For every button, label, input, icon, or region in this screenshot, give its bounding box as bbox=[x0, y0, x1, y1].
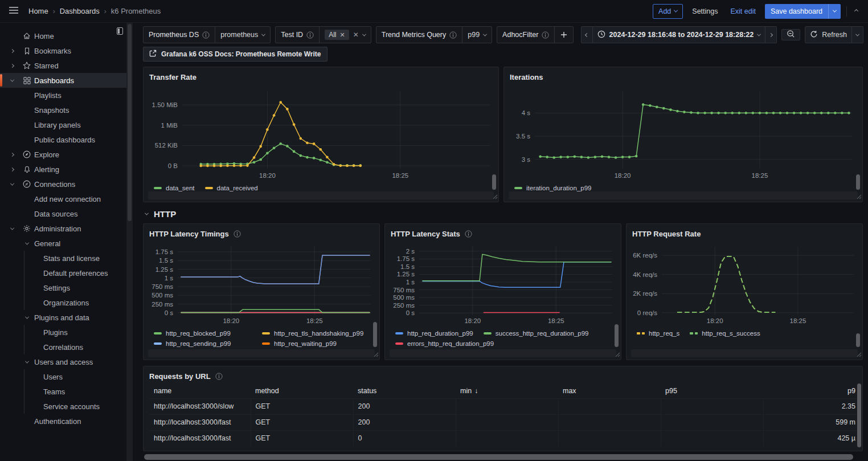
http-latency-timings-chart[interactable]: 0 s250 ms500 ms750 ms1 s1.25 s1.5 s1.75 … bbox=[149, 240, 374, 325]
legend-scrollbar-thumb[interactable] bbox=[615, 324, 619, 347]
sidebar-item-alerting[interactable]: Alerting bbox=[0, 162, 132, 177]
panel-title[interactable]: Iterations bbox=[510, 73, 543, 81]
panel-scroll-track[interactable] bbox=[148, 349, 375, 357]
sidebar-item-service-accounts[interactable]: Service accounts bbox=[0, 399, 132, 414]
sidebar-item-default-preferences[interactable]: Default preferences bbox=[0, 266, 132, 280]
sidebar-item-organizations[interactable]: Organizations bbox=[0, 295, 132, 310]
sidebar-item-explore[interactable]: Explore bbox=[0, 147, 132, 162]
refresh-interval-dropdown[interactable] bbox=[852, 26, 863, 43]
column-header-min[interactable]: min↓ bbox=[456, 384, 558, 398]
http-request-rate-chart[interactable]: 0 req/s2K req/s4K req/s6K req/s18:2018:2… bbox=[632, 240, 857, 325]
table-row[interactable]: http://localhost:3000/slowGET2002.35 bbox=[149, 398, 857, 414]
legend-scrollbar-thumb[interactable] bbox=[856, 174, 860, 190]
page-horizontal-scrollbar[interactable] bbox=[143, 454, 863, 460]
menu-toggle-button[interactable] bbox=[7, 5, 21, 18]
sidebar-item-stats-and-license[interactable]: Stats and license bbox=[0, 251, 132, 266]
info-icon[interactable] bbox=[449, 31, 457, 39]
sidebar-item-data-sources[interactable]: Data sources bbox=[0, 206, 132, 221]
selected-value-chip[interactable]: All ✕ bbox=[325, 30, 349, 40]
legend-item-http-req-waiting-p99[interactable]: http_req_waiting_p99 bbox=[262, 338, 370, 348]
column-header-p9[interactable]: p9 bbox=[763, 384, 857, 398]
add-button[interactable]: Add bbox=[653, 4, 683, 19]
legend-item-success-http-req-duration-p99[interactable]: success_http_req_duration_p99 bbox=[484, 328, 589, 338]
sidebar-item-plugins-and-data[interactable]: Plugins and data bbox=[0, 310, 132, 325]
legend-item-http-req-duration-p99[interactable]: http_req_duration_p99 bbox=[395, 328, 473, 338]
filter-value-dropdown[interactable]: p99 bbox=[462, 27, 492, 43]
sidebar-item-teams[interactable]: Teams bbox=[0, 384, 132, 399]
sidebar-item-general[interactable]: General bbox=[0, 236, 132, 251]
sidebar-item-settings[interactable]: Settings bbox=[0, 280, 132, 295]
legend-item-http-req-blocked-p99[interactable]: http_req_blocked_p99 bbox=[154, 328, 262, 338]
time-range-picker[interactable]: 2024-12-29 18:16:48 to 2024-12-29 18:28:… bbox=[593, 26, 766, 43]
collapse-topbar-button[interactable] bbox=[853, 7, 860, 15]
table-scrollbar-thumb[interactable] bbox=[857, 384, 861, 447]
http-latency-stats-chart[interactable]: 0 s250 ms500 ms750 ms1 s1.25 s1.5 s1.75 … bbox=[391, 240, 615, 325]
sidebar-item-plugins[interactable]: Plugins bbox=[0, 325, 132, 340]
breadcrumb-dashboards[interactable]: Dashboards bbox=[60, 7, 100, 15]
sidebar-item-playlists[interactable]: Playlists bbox=[0, 88, 132, 103]
legend-scrollbar-thumb[interactable] bbox=[856, 333, 860, 347]
table-row[interactable]: http://localhost:3000/fastGET200599 m bbox=[149, 414, 857, 430]
panel-title[interactable]: Transfer Rate bbox=[149, 73, 196, 81]
sidebar-item-bookmarks[interactable]: Bookmarks bbox=[0, 43, 132, 58]
column-header-method[interactable]: method bbox=[251, 384, 353, 398]
legend-item-errors-http-req-duration-p99[interactable]: errors_http_req_duration_p99 bbox=[395, 338, 494, 348]
scrollbar-thumb[interactable] bbox=[144, 454, 853, 460]
info-icon[interactable] bbox=[215, 373, 223, 380]
refresh-button[interactable]: Refresh bbox=[805, 26, 852, 43]
column-header-status[interactable]: status bbox=[353, 384, 456, 398]
panel-scroll-track[interactable] bbox=[390, 349, 616, 357]
legend-item-http-req-s[interactable]: http_req_s bbox=[637, 328, 679, 338]
save-dashboard-button[interactable]: Save dashboard bbox=[765, 4, 841, 19]
column-header-p95[interactable]: p95 bbox=[661, 384, 763, 398]
sidebar-scrollbar[interactable] bbox=[126, 23, 132, 461]
panel-title[interactable]: HTTP Latency Timings bbox=[149, 230, 229, 238]
legend-item-http-req-tls-handshaking-p99[interactable]: http_req_tls_handshaking_p99 bbox=[262, 328, 370, 338]
legend-scrollbar-thumb[interactable] bbox=[492, 174, 496, 190]
iterations-chart[interactable]: 3 s3.5 s4 s18:2018:25 bbox=[510, 83, 857, 180]
section-row-http[interactable]: HTTP bbox=[143, 207, 863, 220]
panel-title[interactable]: Requests by URL bbox=[149, 372, 211, 381]
legend-scrollbar-thumb[interactable] bbox=[373, 322, 377, 347]
sidebar-item-users[interactable]: Users bbox=[0, 369, 132, 384]
legend-item-http-req-s-success[interactable]: http_req_s_success bbox=[690, 328, 760, 338]
info-icon[interactable] bbox=[202, 31, 210, 39]
panel-resize-handle[interactable] bbox=[615, 350, 620, 359]
time-shift-forward-button[interactable] bbox=[765, 26, 777, 43]
panel-resize-handle[interactable] bbox=[857, 350, 862, 359]
panel-scroll-track[interactable] bbox=[148, 191, 494, 199]
filter-value-dropdown[interactable]: All ✕ ✕ bbox=[320, 27, 371, 43]
clear-all-icon[interactable]: ✕ bbox=[353, 31, 359, 39]
sidebar-item-dashboards[interactable]: Dashboards bbox=[0, 73, 132, 88]
panel-scroll-track[interactable] bbox=[509, 191, 858, 199]
add-adhoc-filter-button[interactable] bbox=[555, 27, 573, 43]
sidebar-item-administration[interactable]: Administration bbox=[0, 221, 132, 236]
info-icon[interactable] bbox=[306, 31, 314, 39]
zoom-out-time-button[interactable] bbox=[781, 29, 800, 40]
time-shift-back-button[interactable] bbox=[581, 26, 593, 43]
panel-resize-handle[interactable] bbox=[493, 193, 498, 201]
remove-value-icon[interactable]: ✕ bbox=[340, 31, 345, 39]
sidebar-item-home[interactable]: Home bbox=[0, 28, 132, 43]
panel-scroll-track[interactable] bbox=[631, 349, 858, 357]
sidebar-item-connections[interactable]: Connections bbox=[0, 177, 132, 191]
sidebar-item-correlations[interactable]: Correlations bbox=[0, 340, 132, 354]
sidebar-item-public-dashboards[interactable]: Public dashboards bbox=[0, 132, 132, 147]
info-icon[interactable] bbox=[465, 230, 472, 238]
panel-resize-handle[interactable] bbox=[857, 193, 862, 201]
column-header-name[interactable]: name bbox=[149, 384, 251, 398]
table-row[interactable]: http://localhost:3000/fastGET0425 µ bbox=[149, 430, 857, 446]
docs-link[interactable]: Grafana k6 OSS Docs: Prometheus Remote W… bbox=[143, 47, 327, 62]
sidebar-item-library-panels[interactable]: Library panels bbox=[0, 117, 132, 132]
column-header-max[interactable]: max bbox=[558, 384, 661, 398]
sidebar-item-starred[interactable]: Starred bbox=[0, 58, 132, 73]
panel-title[interactable]: HTTP Latency Stats bbox=[391, 230, 460, 238]
info-icon[interactable] bbox=[234, 230, 241, 238]
filter-value-dropdown[interactable]: prometheus bbox=[215, 27, 270, 43]
breadcrumb-home[interactable]: Home bbox=[28, 7, 48, 15]
panel-resize-handle[interactable] bbox=[374, 350, 379, 359]
settings-button[interactable]: Settings bbox=[689, 5, 721, 18]
exit-edit-button[interactable]: Exit edit bbox=[727, 5, 759, 18]
panel-title[interactable]: HTTP Request Rate bbox=[632, 230, 701, 238]
transfer-rate-chart[interactable]: 0 B512 KiB1 MiB1.50 MiB18:2018:25 bbox=[149, 83, 493, 180]
